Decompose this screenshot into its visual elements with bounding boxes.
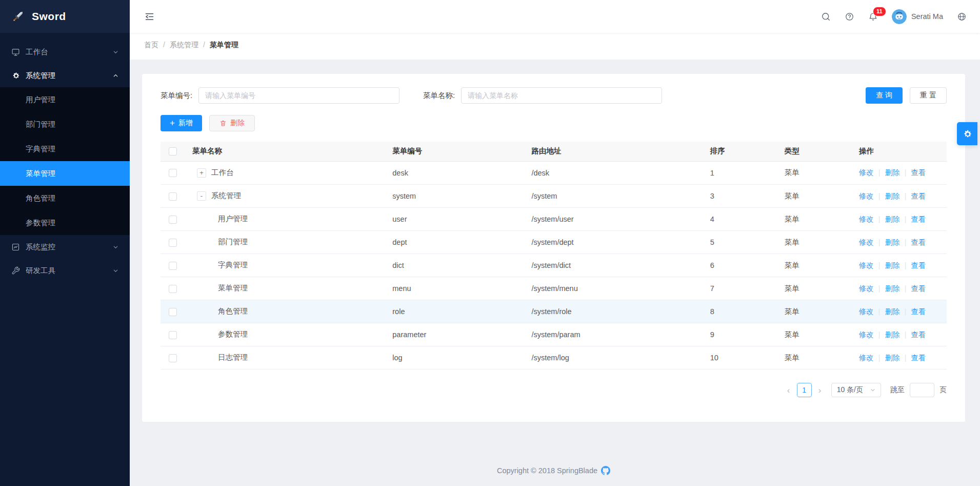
plus-icon: + — [170, 119, 175, 127]
row-checkbox[interactable] — [169, 354, 177, 362]
sidebar-item-system[interactable]: 系统管理 — [0, 64, 130, 87]
op-view[interactable]: 查看 — [911, 168, 926, 177]
op-edit[interactable]: 修改 — [859, 261, 874, 269]
table-header-row: 菜单名称 菜单编号 路由地址 排序 类型 操作 — [161, 142, 947, 161]
copyright-text: Copyright © 2018 SpringBlade — [497, 466, 597, 475]
op-view[interactable]: 查看 — [911, 192, 926, 200]
op-view[interactable]: 查看 — [911, 284, 926, 293]
type-value: 菜单 — [782, 254, 856, 277]
delete-button[interactable]: 删除 — [209, 115, 255, 131]
reset-button[interactable]: 重 置 — [910, 87, 947, 104]
op-separator: | — [878, 307, 881, 316]
row-checkbox[interactable] — [169, 331, 177, 339]
sidebar-subitem-user[interactable]: 用户管理 — [0, 87, 130, 112]
content-area: 菜单编号: 菜单名称: 查 询 重 置 + 新增 — [130, 60, 980, 486]
breadcrumb-separator: / — [163, 41, 165, 50]
row-checkbox[interactable] — [169, 239, 177, 247]
row-checkbox[interactable] — [169, 192, 177, 201]
op-edit[interactable]: 修改 — [859, 354, 874, 362]
op-separator: | — [905, 238, 907, 246]
page-size-select[interactable]: 10 条/页 — [831, 383, 881, 397]
op-view[interactable]: 查看 — [911, 307, 926, 316]
sidebar-subitem-dept[interactable]: 部门管理 — [0, 112, 130, 137]
op-edit[interactable]: 修改 — [859, 307, 874, 316]
route-path: /desk — [528, 161, 707, 185]
menu-fold-icon[interactable] — [144, 11, 155, 22]
op-view[interactable]: 查看 — [911, 238, 926, 246]
row-checkbox[interactable] — [169, 262, 177, 270]
op-delete[interactable]: 删除 — [885, 284, 900, 293]
github-icon[interactable] — [601, 466, 610, 475]
op-edit[interactable]: 修改 — [859, 284, 874, 293]
row-checkbox[interactable] — [169, 285, 177, 293]
row-checkbox[interactable] — [169, 308, 177, 316]
menu-code-input[interactable] — [198, 87, 399, 104]
type-value: 菜单 — [782, 323, 856, 346]
op-delete[interactable]: 删除 — [885, 307, 900, 316]
op-view[interactable]: 查看 — [911, 354, 926, 362]
op-edit[interactable]: 修改 — [859, 168, 874, 177]
col-menu-code: 菜单编号 — [389, 142, 528, 161]
prev-page-button[interactable]: ‹ — [786, 386, 792, 395]
current-page[interactable]: 1 — [797, 383, 812, 397]
sidebar-subitem-dict[interactable]: 字典管理 — [0, 137, 130, 161]
route-path: /system/dept — [528, 231, 707, 254]
sidebar-subitem-role[interactable]: 角色管理 — [0, 186, 130, 210]
table-row: 角色管理role/system/role8菜单修改|删除|查看 — [161, 300, 947, 323]
row-checkbox[interactable] — [169, 169, 177, 177]
op-delete[interactable]: 删除 — [885, 215, 900, 223]
app-logo[interactable]: Sword — [0, 0, 130, 33]
help-icon[interactable] — [845, 12, 854, 22]
sidebar-subitem-param[interactable]: 参数管理 — [0, 210, 130, 235]
op-edit[interactable]: 修改 — [859, 192, 874, 200]
op-delete[interactable]: 删除 — [885, 168, 900, 177]
op-view[interactable]: 查看 — [911, 331, 926, 339]
select-all-checkbox[interactable] — [169, 147, 177, 155]
menu-code-group: 菜单编号: — [161, 87, 399, 104]
gear-icon — [11, 71, 20, 80]
user-menu[interactable]: Serati Ma — [892, 9, 943, 24]
settings-gear-button[interactable] — [957, 122, 977, 145]
jump-label: 跳至 — [890, 385, 905, 395]
globe-icon[interactable] — [957, 12, 967, 22]
sidebar-subitem-menu[interactable]: 菜单管理 — [0, 161, 130, 186]
collapse-row-icon[interactable]: - — [197, 191, 206, 201]
add-button[interactable]: + 新增 — [161, 115, 202, 131]
expand-row-icon[interactable]: + — [197, 168, 206, 178]
topbar-right: 11 Serati Ma — [821, 9, 967, 24]
op-delete[interactable]: 删除 — [885, 354, 900, 362]
route-path: /system/log — [528, 346, 707, 370]
menu-name-group: 菜单名称: — [423, 87, 662, 104]
tool-icon — [11, 266, 20, 275]
sidebar-item-desk[interactable]: 工作台 — [0, 40, 130, 64]
sword-logo-icon — [10, 9, 26, 24]
op-delete[interactable]: 删除 — [885, 238, 900, 246]
menu-name: 日志管理 — [218, 353, 248, 362]
sidebar-item-monitor[interactable]: 系统监控 — [0, 235, 130, 259]
jump-page-input[interactable] — [910, 383, 934, 397]
menu-code-label: 菜单编号: — [161, 91, 192, 101]
breadcrumb-item-1[interactable]: 系统管理 — [170, 41, 198, 50]
next-page-button[interactable]: › — [817, 386, 823, 395]
op-edit[interactable]: 修改 — [859, 215, 874, 223]
op-view[interactable]: 查看 — [911, 215, 926, 223]
op-edit[interactable]: 修改 — [859, 331, 874, 339]
breadcrumb-item-0[interactable]: 首页 — [144, 41, 158, 50]
menu-name: 菜单管理 — [218, 283, 248, 293]
search-button[interactable]: 查 询 — [866, 87, 903, 104]
table-row: 参数管理parameter/system/param9菜单修改|删除|查看 — [161, 323, 947, 346]
sidebar-item-tool[interactable]: 研发工具 — [0, 259, 130, 282]
search-icon[interactable] — [821, 12, 831, 22]
op-separator: | — [878, 331, 881, 339]
menu-name-input[interactable] — [461, 87, 662, 104]
op-edit[interactable]: 修改 — [859, 238, 874, 246]
notifications-button[interactable]: 11 — [868, 12, 878, 22]
op-delete[interactable]: 删除 — [885, 261, 900, 269]
route-path: /system/param — [528, 323, 707, 346]
op-view[interactable]: 查看 — [911, 261, 926, 269]
breadcrumb: 首页/系统管理/菜单管理 — [130, 33, 980, 60]
row-checkbox[interactable] — [169, 216, 177, 224]
op-delete[interactable]: 删除 — [885, 331, 900, 339]
op-delete[interactable]: 删除 — [885, 192, 900, 200]
sort-value: 8 — [707, 300, 782, 323]
